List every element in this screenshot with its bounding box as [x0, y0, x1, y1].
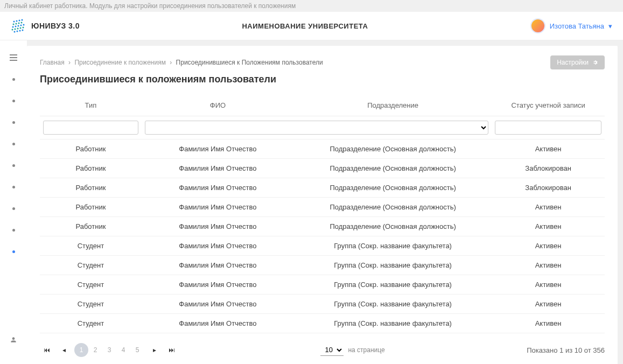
table-row[interactable]: СтудентФамилия Имя ОтчествоГруппа (Сокр.… [40, 275, 605, 295]
breadcrumb-module[interactable]: Присоединение к положениям [74, 59, 166, 66]
svg-point-21 [22, 30, 24, 31]
cell-type: Работник [40, 178, 142, 198]
cell-fio: Фамилия Имя Отчество [142, 314, 294, 333]
page-context-note: Личный кабинет работника. Модуль для нас… [0, 0, 623, 12]
svg-point-14 [15, 29, 16, 30]
table-row[interactable]: РаботникФамилия Имя ОтчествоПодразделени… [40, 178, 605, 198]
gear-icon [592, 59, 598, 66]
cell-fio: Фамилия Имя Отчество [142, 198, 294, 217]
cell-dept: Группа (Сокр. название факультета) [294, 295, 492, 314]
cell-status: Активен [492, 295, 605, 314]
cell-status: Активен [492, 256, 605, 275]
filter-fio-dept-select[interactable] [145, 121, 488, 135]
page-first[interactable]: ⏮ [40, 343, 54, 357]
sidebar-item-1[interactable] [8, 74, 19, 85]
cell-dept: Группа (Сокр. название факультета) [294, 256, 492, 275]
cell-dept: Подразделение (Основная должность) [294, 159, 492, 178]
user-menu[interactable]: Изотова Татьяна ▾ [530, 18, 612, 33]
user-icon [10, 336, 17, 344]
sidebar-toggle[interactable] [8, 52, 19, 63]
svg-point-6 [18, 23, 20, 24]
col-dept[interactable]: Подразделение [294, 95, 492, 116]
cell-type: Работник [40, 217, 142, 236]
svg-point-16 [20, 27, 22, 29]
breadcrumb-home[interactable]: Главная [40, 59, 65, 66]
sidebar-item-5[interactable] [8, 160, 19, 171]
page-prev[interactable]: ◂ [57, 343, 71, 357]
filter-status-input[interactable] [495, 121, 601, 135]
sidebar-item-6[interactable] [8, 181, 19, 192]
cell-fio: Фамилия Имя Отчество [142, 139, 294, 159]
cell-dept: Группа (Сокр. название факультета) [294, 314, 492, 333]
filter-type-input[interactable] [43, 121, 138, 135]
app-header: ЮНИВУЗ 3.0 НАИМЕНОВАНИЕ УНИВЕРСИТЕТА Изо… [0, 12, 623, 40]
svg-point-19 [17, 31, 18, 32]
cell-status: Активен [492, 236, 605, 256]
cell-fio: Фамилия Имя Отчество [142, 256, 294, 275]
cell-type: Студент [40, 295, 142, 314]
sidebar-item-2[interactable] [8, 95, 19, 106]
users-table: Тип ФИО Подразделение Статус учетной зап… [40, 95, 605, 333]
svg-point-18 [14, 31, 16, 33]
table-row[interactable]: СтудентФамилия Имя ОтчествоГруппа (Сокр.… [40, 236, 605, 256]
page-5[interactable]: 5 [130, 343, 144, 357]
svg-point-0 [13, 21, 15, 23]
svg-point-4 [13, 24, 15, 25]
settings-button[interactable]: Настройки [550, 55, 605, 69]
cell-status: Активен [492, 217, 605, 236]
table-row[interactable]: РаботникФамилия Имя ОтчествоПодразделени… [40, 217, 605, 236]
sidebar-item-8[interactable] [8, 225, 19, 235]
sidebar-item-7[interactable] [8, 203, 19, 214]
page-title: Присоединившиеся к положениям пользовате… [40, 74, 605, 85]
main-content: Главная › Присоединение к положениям › П… [27, 46, 618, 364]
col-status[interactable]: Статус учетной записи [492, 95, 605, 116]
svg-point-17 [23, 27, 24, 29]
sidebar-item-9[interactable] [8, 246, 19, 257]
table-row[interactable]: РаботникФамилия Имя ОтчествоПодразделени… [40, 159, 605, 178]
filter-row [40, 116, 605, 139]
sidebar-item-3[interactable] [8, 117, 19, 128]
table-row[interactable]: РаботникФамилия Имя ОтчествоПодразделени… [40, 198, 605, 217]
breadcrumb-current: Присоединившиеся к Положениям пользовате… [176, 59, 323, 66]
breadcrumb: Главная › Присоединение к положениям › П… [40, 59, 323, 66]
chevron-down-icon: ▾ [608, 22, 612, 30]
cell-type: Работник [40, 139, 142, 159]
table-row[interactable]: СтудентФамилия Имя ОтчествоГруппа (Сокр.… [40, 295, 605, 314]
page-next[interactable]: ▸ [148, 343, 162, 357]
per-page-label: на странице [348, 346, 384, 354]
page-4[interactable]: 4 [116, 343, 130, 357]
cell-dept: Группа (Сокр. название факультета) [294, 236, 492, 256]
cell-status: Активен [492, 139, 605, 159]
cell-dept: Группа (Сокр. название факультета) [294, 275, 492, 295]
cell-type: Работник [40, 159, 142, 178]
page-3[interactable]: 3 [102, 343, 116, 357]
sidebar [0, 40, 27, 364]
svg-point-5 [16, 23, 17, 25]
page-size-select[interactable]: 10 [320, 344, 344, 356]
svg-point-3 [22, 19, 23, 21]
table-row[interactable]: СтудентФамилия Имя ОтчествоГруппа (Сокр.… [40, 314, 605, 333]
page-last[interactable]: ⏭ [165, 343, 179, 357]
svg-point-8 [12, 26, 14, 28]
svg-point-20 [19, 30, 21, 32]
cell-dept: Подразделение (Основная должность) [294, 139, 492, 159]
cell-type: Студент [40, 236, 142, 256]
cell-status: Заблокирован [492, 159, 605, 178]
cell-type: Работник [40, 198, 142, 217]
table-row[interactable]: СтудентФамилия Имя ОтчествоГруппа (Сокр.… [40, 256, 605, 275]
cell-fio: Фамилия Имя Отчество [142, 217, 294, 236]
cell-type: Студент [40, 275, 142, 295]
page-1[interactable]: 1 [74, 343, 88, 357]
col-type[interactable]: Тип [40, 95, 142, 116]
table-row[interactable]: РаботникФамилия Имя ОтчествоПодразделени… [40, 139, 605, 159]
logo-block[interactable]: ЮНИВУЗ 3.0 [11, 18, 80, 33]
svg-point-11 [20, 25, 22, 26]
sidebar-item-4[interactable] [8, 138, 19, 149]
sidebar-profile[interactable] [8, 334, 19, 345]
cell-type: Студент [40, 314, 142, 333]
page-2[interactable]: 2 [88, 343, 102, 357]
cell-status: Активен [492, 198, 605, 217]
col-fio[interactable]: ФИО [142, 95, 294, 116]
cell-status: Активен [492, 314, 605, 333]
app-name: ЮНИВУЗ 3.0 [31, 22, 80, 30]
